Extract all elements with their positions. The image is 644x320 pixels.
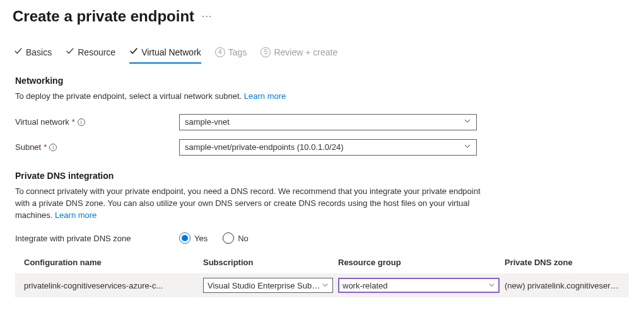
cell-config-name: privatelink-cognitiveservices-azure-c... xyxy=(24,281,198,290)
step-label: Basics xyxy=(26,47,52,57)
field-subnet: Subnet * i sample-vnet/private-endpoints… xyxy=(15,139,629,156)
chevron-down-icon xyxy=(488,281,495,290)
field-virtual-network: Virtual network * i sample-vnet xyxy=(15,114,629,130)
form-content: Networking To deploy the private endpoin… xyxy=(13,76,631,297)
vnet-label: Virtual network * i xyxy=(15,117,179,127)
radio-label: No xyxy=(238,234,249,243)
step-resource[interactable]: Resource xyxy=(66,43,115,64)
col-subscription: Subscription xyxy=(203,258,333,267)
networking-heading: Networking xyxy=(15,76,629,86)
step-label: Resource xyxy=(78,47,115,57)
dns-zone-table: Configuration name Subscription Resource… xyxy=(15,258,629,297)
learn-more-link[interactable]: Learn more xyxy=(244,91,286,101)
cell-dns-zone: (new) privatelink.cognitiveservices.az..… xyxy=(505,281,620,290)
subnet-select-value: sample-vnet/private-endpoints (10.0.1.0/… xyxy=(185,142,343,152)
info-icon[interactable]: i xyxy=(78,118,85,126)
page-header: Create a private endpoint ··· xyxy=(13,8,631,25)
radio-icon xyxy=(223,232,234,244)
step-number-icon: 4 xyxy=(215,47,225,57)
learn-more-link[interactable]: Learn more xyxy=(55,210,97,220)
radio-icon xyxy=(179,232,190,244)
step-basics[interactable]: Basics xyxy=(14,43,52,64)
chevron-down-icon xyxy=(322,281,329,290)
col-config-name: Configuration name xyxy=(24,258,198,267)
col-resource-group: Resource group xyxy=(338,258,500,267)
radio-no[interactable]: No xyxy=(223,232,249,244)
page-title: Create a private endpoint xyxy=(13,8,194,25)
field-integrate-dns: Integrate with private DNS zone Yes No xyxy=(15,232,629,244)
check-icon xyxy=(14,47,23,57)
step-label: Virtual Network xyxy=(141,47,201,57)
step-virtual-network[interactable]: Virtual Network xyxy=(129,43,201,64)
subscription-value: Visual Studio Enterprise Subscrip… xyxy=(208,281,322,290)
integrate-dns-radio-group: Yes No xyxy=(179,232,249,244)
step-tags[interactable]: 4 Tags xyxy=(215,43,247,64)
check-icon xyxy=(129,47,138,57)
vnet-select[interactable]: sample-vnet xyxy=(179,114,477,130)
more-icon[interactable]: ··· xyxy=(202,11,212,22)
subscription-select[interactable]: Visual Studio Enterprise Subscrip… xyxy=(203,278,333,293)
step-number-icon: 5 xyxy=(261,47,271,57)
info-icon[interactable]: i xyxy=(49,144,57,151)
resource-group-value: work-related xyxy=(342,281,388,290)
step-label: Review + create xyxy=(274,47,337,57)
table-header: Configuration name Subscription Resource… xyxy=(15,258,629,273)
resource-group-select[interactable]: work-related xyxy=(338,278,500,293)
wizard-steps: Basics Resource Virtual Network 4 Tags 5… xyxy=(13,43,631,64)
integrate-dns-label: Integrate with private DNS zone xyxy=(15,234,179,243)
chevron-down-icon xyxy=(464,117,471,127)
networking-description: To deploy the private endpoint, select a… xyxy=(15,91,495,103)
step-label: Tags xyxy=(228,47,247,57)
col-private-dns-zone: Private DNS zone xyxy=(505,258,620,267)
check-icon xyxy=(66,47,74,57)
table-row: privatelink-cognitiveservices-azure-c...… xyxy=(15,273,629,297)
step-review-create[interactable]: 5 Review + create xyxy=(261,43,337,64)
required-asterisk: * xyxy=(72,117,75,127)
dns-description: To connect privately with your private e… xyxy=(15,186,495,222)
radio-label: Yes xyxy=(194,234,208,243)
subnet-select[interactable]: sample-vnet/private-endpoints (10.0.1.0/… xyxy=(179,139,477,156)
radio-yes[interactable]: Yes xyxy=(179,232,208,244)
required-asterisk: * xyxy=(44,142,47,152)
dns-heading: Private DNS integration xyxy=(15,171,629,181)
chevron-down-icon xyxy=(464,142,471,152)
vnet-select-value: sample-vnet xyxy=(185,117,230,127)
subnet-label: Subnet * i xyxy=(15,142,179,152)
